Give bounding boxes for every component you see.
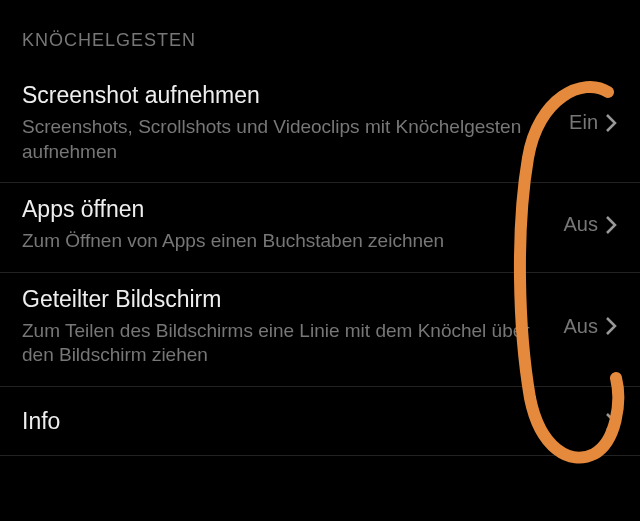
row-screenshot[interactable]: Screenshot aufnehmen Screenshots, Scroll… bbox=[0, 69, 640, 183]
row-info[interactable]: Info bbox=[0, 387, 640, 456]
chevron-right-icon bbox=[604, 315, 618, 337]
row-apps-open[interactable]: Apps öffnen Zum Öffnen von Apps einen Bu… bbox=[0, 183, 640, 273]
row-title: Apps öffnen bbox=[22, 195, 554, 225]
chevron-right-icon bbox=[604, 411, 618, 433]
row-split-screen[interactable]: Geteilter Bildschirm Zum Teilen des Bild… bbox=[0, 273, 640, 387]
row-value: Aus bbox=[564, 213, 598, 236]
chevron-right-icon bbox=[604, 112, 618, 134]
row-title: Geteilter Bildschirm bbox=[22, 285, 554, 315]
row-value: Aus bbox=[564, 315, 598, 338]
row-desc: Zum Teilen des Bildschirms eine Linie mi… bbox=[22, 319, 554, 368]
row-title: Info bbox=[22, 407, 594, 437]
row-value: Ein bbox=[569, 111, 598, 134]
row-title: Screenshot aufnehmen bbox=[22, 81, 559, 111]
chevron-right-icon bbox=[604, 214, 618, 236]
row-desc: Screenshots, Scrollshots und Videoclips … bbox=[22, 115, 559, 164]
row-desc: Zum Öffnen von Apps einen Buchstaben zei… bbox=[22, 229, 554, 254]
section-header: KNÖCHELGESTEN bbox=[0, 0, 640, 69]
